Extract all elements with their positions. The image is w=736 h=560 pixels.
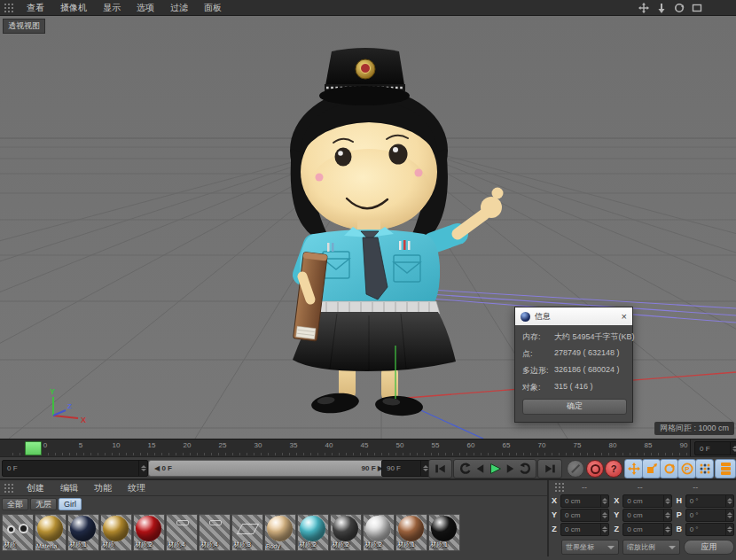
material-tile[interactable]: 材质.2	[133, 514, 165, 551]
menu-options[interactable]: 选项	[129, 0, 162, 15]
zoom-arrow-icon[interactable]	[656, 3, 667, 13]
toggle-view-icon[interactable]	[692, 3, 702, 13]
ruler-ticks[interactable]: 0 5 10 15 20 25 30 35 40 45 50 55 60 65 …	[0, 439, 690, 457]
material-tile[interactable]: 材质.4	[199, 514, 231, 551]
material-tile[interactable]: 材质.2	[297, 514, 329, 551]
bottom-panels: 创建 编辑 功能 纹理 全部 无层 Girl 材质 Materia 材质.1 材…	[0, 478, 736, 560]
menu-camera[interactable]: 摄像机	[52, 0, 95, 15]
record-rotation-toggle[interactable]	[660, 459, 678, 478]
menu-panel[interactable]: 面板	[196, 0, 230, 15]
close-icon[interactable]: ×	[622, 312, 627, 322]
view-label[interactable]: 透视视图	[3, 19, 45, 34]
apply-button[interactable]: 应用	[684, 540, 734, 555]
panel-grip-icon[interactable]	[554, 482, 564, 492]
coordinates-header: -- -- --	[551, 480, 736, 494]
material-tile[interactable]: 材质.1	[67, 514, 99, 551]
menu-display[interactable]: 显示	[95, 0, 129, 15]
material-tile[interactable]: 材质	[100, 514, 132, 551]
tick-label: 35	[286, 441, 301, 449]
pan-icon[interactable]	[638, 3, 649, 13]
material-tile[interactable]: 材质.2	[363, 514, 395, 551]
material-tile[interactable]: 材质	[2, 514, 34, 551]
record-disabled-button[interactable]	[567, 460, 584, 478]
material-tile[interactable]: 材质.1	[428, 514, 460, 551]
coord-input[interactable]: 0 °	[685, 523, 734, 536]
tab-girl[interactable]: Girl	[59, 498, 82, 510]
coord-input[interactable]: 0 cm	[560, 494, 609, 508]
panel-grip-icon[interactable]	[4, 483, 13, 493]
material-tile[interactable]: 材质.2	[330, 514, 362, 551]
keyframe-bars-button[interactable]	[715, 459, 736, 478]
police-hat	[319, 48, 410, 105]
record-position-toggle[interactable]	[624, 459, 643, 478]
coord-input[interactable]: 0 cm	[560, 509, 609, 522]
chevron-down-icon	[607, 546, 615, 549]
tab-no-layer[interactable]: 无层	[30, 498, 57, 510]
play-backward-loop-icon[interactable]	[458, 462, 473, 476]
coord-cell: X 0 cm	[551, 494, 609, 507]
ok-button[interactable]: 确定	[522, 399, 627, 415]
material-tile[interactable]: Materia	[35, 514, 67, 551]
tick-label: 60	[463, 441, 479, 449]
svg-text:Z: Z	[67, 402, 72, 410]
record-parameter-toggle[interactable]: P	[677, 459, 696, 478]
orbit-icon[interactable]	[674, 3, 685, 13]
c4d-logo-icon	[521, 312, 530, 322]
playback-button-group	[453, 459, 536, 478]
material-tile[interactable]: 材质.1	[395, 514, 427, 551]
play-forward-icon[interactable]	[488, 462, 503, 476]
character-model[interactable]	[290, 48, 504, 417]
info-dialog: 信息 × 内存: 大约 54954千字节(KB) 点: 278749 ( 632…	[514, 307, 633, 423]
preview-range-slider[interactable]: ◀ 0 F 90 F ▶	[148, 460, 389, 477]
goto-start-button[interactable]	[428, 459, 452, 478]
record-scale-toggle[interactable]	[642, 459, 661, 478]
grid-spacing-label: 网格间距 : 1000 cm	[654, 422, 734, 435]
mat-menu-texture[interactable]: 纹理	[120, 480, 153, 495]
timeline-ruler[interactable]: 0 5 10 15 20 25 30 35 40 45 50 55 60 65 …	[0, 439, 736, 457]
coord-input[interactable]: 0 °	[685, 509, 734, 522]
coord-input[interactable]: 0 cm	[560, 523, 609, 536]
goto-end-button[interactable]	[537, 459, 562, 478]
viewport[interactable]: Y X Z 透视视图 网格间距 : 1000 cm 信息 × 内存: 大约 54…	[0, 16, 736, 439]
info-row-points: 点: 278749 ( 632148 )	[522, 348, 627, 360]
coordinate-system-dropdown[interactable]: 世界坐标	[561, 540, 619, 555]
coord-cell: B 0 °	[676, 523, 734, 535]
record-question-button[interactable]: ?	[605, 460, 622, 478]
loop-forward-icon[interactable]	[518, 462, 533, 476]
previous-frame-icon[interactable]	[474, 462, 487, 476]
panel-grip-icon[interactable]	[4, 3, 13, 12]
mat-menu-edit[interactable]: 编辑	[52, 480, 86, 495]
tick-label: 80	[605, 441, 621, 449]
material-tile[interactable]: Body	[264, 514, 296, 551]
coord-cell: H 0 °	[676, 494, 734, 507]
dialog-titlebar[interactable]: 信息 ×	[515, 307, 632, 325]
svg-text:P: P	[685, 465, 690, 473]
coord-input[interactable]: 0 cm	[622, 523, 671, 536]
menu-view[interactable]: 查看	[19, 0, 52, 15]
menu-filter[interactable]: 过滤	[162, 0, 196, 15]
info-row-objects: 对象: 315 ( 416 )	[522, 382, 627, 393]
scale-mode-dropdown[interactable]: 缩放比例	[622, 540, 680, 555]
end-frame-field[interactable]: 90 F	[381, 460, 430, 477]
tick-label: 75	[569, 441, 585, 449]
current-frame-field[interactable]: 0 F	[2, 460, 148, 477]
next-frame-icon[interactable]	[504, 462, 517, 476]
record-point-level-toggle[interactable]	[695, 459, 714, 478]
tick-label: 30	[250, 441, 266, 449]
mat-menu-function[interactable]: 功能	[86, 480, 120, 495]
coord-input[interactable]: 0 cm	[622, 494, 671, 508]
material-tile[interactable]: 材质.3	[231, 514, 263, 551]
tick-label: 45	[356, 441, 372, 449]
texture-mark	[209, 520, 222, 525]
tab-all[interactable]: 全部	[2, 498, 28, 510]
stepper-icon[interactable]	[730, 442, 736, 455]
stepper-icon[interactable]	[138, 461, 147, 476]
frame-field-right[interactable]: 0 F	[694, 441, 736, 455]
tick-label: 15	[144, 441, 160, 449]
material-tile[interactable]: 材质.4	[166, 514, 198, 551]
material-list: 材质 Materia 材质.1 材质 材质.2 材质.4 材质.4	[0, 512, 547, 551]
coord-input[interactable]: 0 cm	[622, 509, 671, 522]
record-keyframe-button[interactable]	[586, 460, 604, 478]
mat-menu-create[interactable]: 创建	[19, 480, 52, 495]
coord-input[interactable]: 0 °	[685, 494, 734, 508]
